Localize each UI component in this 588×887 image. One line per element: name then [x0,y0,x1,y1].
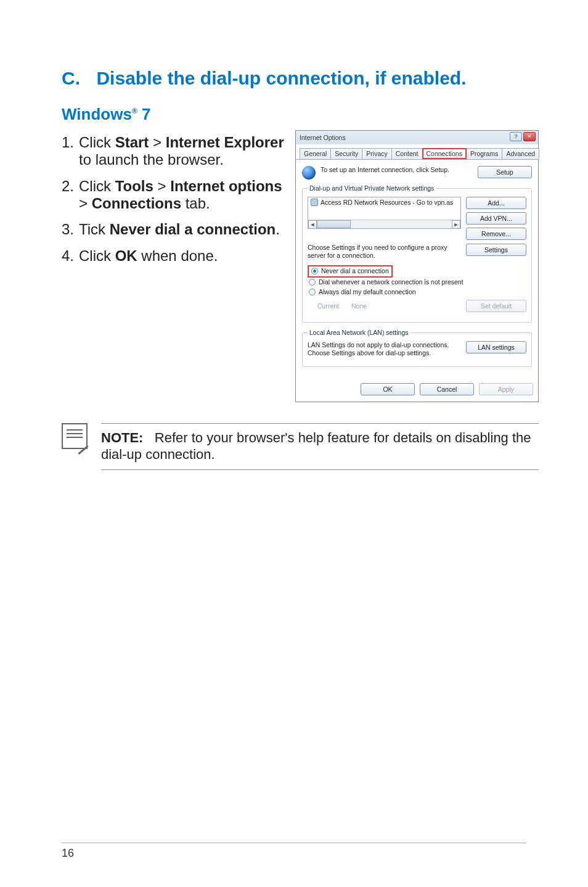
scroll-left-icon[interactable]: ◄ [308,220,317,229]
tab-content[interactable]: Content [391,148,423,159]
dialup-legend: Dial-up and Virtual Private Network sett… [308,184,436,192]
scroll-right-icon[interactable]: ► [452,220,460,229]
steps-list: 1. Click Start > Internet Explorer to la… [62,134,287,265]
radio-label: Dial whenever a network connection is no… [319,278,463,286]
remove-button[interactable]: Remove... [466,228,526,240]
connections-listbox[interactable]: Access RD Network Resources - Go to vpn.… [308,197,461,229]
dialog-titlebar[interactable]: Internet Options ? ✕ [296,131,538,144]
page-number: 16 [62,847,526,860]
connection-icon [311,199,318,206]
note-label: NOTE: [101,430,143,445]
radio-never-dial[interactable]: Never dial a connection [310,266,390,275]
tab-programs[interactable]: Programs [466,148,503,159]
step-text: Tick Never dial a connection. [79,221,287,238]
tab-advanced[interactable]: Advanced [502,148,539,159]
step-1: 1. Click Start > Internet Explorer to la… [62,134,287,169]
radio-icon [309,289,316,295]
step-text: Click OK when done. [79,247,287,265]
list-item[interactable]: Access RD Network Resources - Go to vpn.… [308,197,460,207]
tab-security[interactable]: Security [330,148,362,159]
step-num: 3. [62,221,79,238]
settings-button[interactable]: Settings [466,244,526,256]
tab-privacy[interactable]: Privacy [362,148,391,159]
add-vpn-button[interactable]: Add VPN... [466,212,526,225]
radio-label: Always dial my default connection [319,288,416,295]
lan-text: LAN Settings do not apply to dial-up con… [308,341,461,357]
page-footer: 16 [0,843,588,860]
note-block: NOTE: Refer to your browser's help featu… [62,423,539,470]
note-body: Refer to your browser's help feature for… [101,430,531,462]
close-button[interactable]: ✕ [523,132,536,141]
lan-fieldset: Local Area Network (LAN) settings LAN Se… [302,329,532,367]
cancel-button[interactable]: Cancel [420,383,474,395]
os-version: 7 [137,105,151,123]
note-icon [62,423,88,449]
section-title: Disable the dial-up connection, if enabl… [96,68,466,88]
current-label: Current [317,302,339,310]
tab-connections[interactable]: Connections [422,148,467,159]
current-connection: Current None [317,302,461,310]
tab-general[interactable]: General [300,148,331,159]
setup-text: To set up an Internet connection, click … [321,166,478,174]
section-letter: C. [62,68,94,89]
step-4: 4. Click OK when done. [62,247,287,265]
proxy-text: Choose Settings if you need to configure… [308,244,461,259]
registered-mark: ® [132,107,137,115]
section-heading: C. Disable the dial-up connection, if en… [62,68,539,89]
scroll-thumb[interactable] [317,220,351,228]
lan-legend: Local Area Network (LAN) settings [308,329,410,336]
step-text: Click Start > Internet Explorer to launc… [79,134,287,169]
footer-rule [62,843,526,843]
step-num: 1. [62,134,79,169]
ok-button[interactable]: OK [361,383,415,395]
step-3: 3. Tick Never dial a connection. [62,221,287,238]
highlight-never-dial: Never dial a connection [308,265,393,278]
step-text: Click Tools > Internet options > Connect… [79,178,287,213]
step-num: 4. [62,247,79,265]
subsection-title: Windows® 7 [62,105,539,124]
internet-options-dialog: Internet Options ? ✕ General Security Pr… [295,130,539,402]
connection-name: Access RD Network Resources - Go to vpn.… [321,199,453,206]
radio-always-dial[interactable]: Always dial my default connection [308,287,526,296]
radio-label: Never dial a connection [321,267,389,274]
radio-icon [309,279,316,286]
dialup-fieldset: Dial-up and Virtual Private Network sett… [302,184,532,323]
add-button[interactable]: Add... [466,197,526,209]
help-button[interactable]: ? [510,132,522,141]
current-value: None [351,302,367,310]
os-name: Windows [62,105,132,123]
step-num: 2. [62,178,79,213]
lan-settings-button[interactable]: LAN settings [466,341,526,353]
dialog-title: Internet Options [300,134,346,141]
apply-button: Apply [479,383,533,395]
dialog-tabs: General Security Privacy Content Connect… [296,144,538,159]
set-default-button: Set default [466,300,526,312]
setup-button[interactable]: Setup [478,166,532,178]
radio-dial-when[interactable]: Dial whenever a network connection is no… [308,278,526,286]
globe-icon [302,166,316,179]
radio-icon [311,268,318,274]
scrollbar[interactable]: ◄ ► [308,220,460,228]
step-2: 2. Click Tools > Internet options > Conn… [62,178,287,213]
note-text: NOTE: Refer to your browser's help featu… [101,423,539,470]
